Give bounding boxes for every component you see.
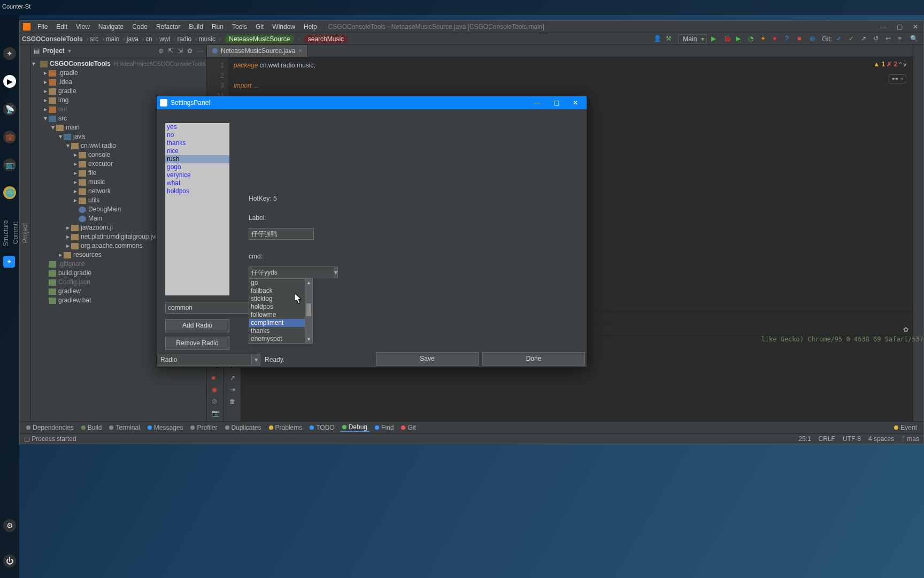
settings-icon[interactable]: ✿	[187, 47, 192, 55]
toolstrip-duplicates[interactable]: Duplicates	[223, 424, 264, 431]
bc-radio[interactable]: radio	[178, 35, 192, 43]
step-out-icon[interactable]: ↗	[230, 374, 235, 382]
toolstrip-problems[interactable]: Problems	[267, 424, 305, 431]
menu-refactor[interactable]: Refactor	[152, 21, 184, 32]
run-config-selector[interactable]: Main	[678, 34, 707, 44]
vcs-commit-icon[interactable]: ✓	[849, 35, 857, 43]
expand-icon[interactable]: ⇱	[168, 47, 173, 55]
bc-java[interactable]: java	[127, 35, 138, 43]
done-button[interactable]: Done	[482, 352, 585, 366]
mute-bp-icon[interactable]: ⊘	[212, 398, 219, 405]
phrase-item[interactable]: rush	[165, 155, 229, 163]
dropdown-scrollbar[interactable]: ▲ ▼	[305, 279, 312, 343]
radio-combo[interactable]: ▾	[158, 354, 260, 366]
toolstrip-find[interactable]: Find	[373, 424, 396, 431]
bc-src[interactable]: src	[90, 35, 98, 43]
cmd-input[interactable]	[249, 267, 334, 278]
radio-input[interactable]	[158, 354, 252, 366]
menu-help[interactable]: Help	[300, 21, 321, 32]
cmd-option[interactable]: go	[249, 279, 312, 287]
add-radio-button[interactable]: Add Radio	[165, 319, 229, 332]
toolstrip-terminal[interactable]: Terminal	[107, 424, 142, 431]
reader-mode-icon[interactable]: 👓 ×	[889, 74, 906, 83]
vcs-push-icon[interactable]: ↗	[861, 35, 869, 43]
cmd-option[interactable]: fallback	[249, 287, 312, 295]
menu-run[interactable]: Run	[208, 21, 227, 32]
bc-cn[interactable]: cn	[145, 35, 152, 43]
toolstrip-todo[interactable]: TODO	[307, 424, 336, 431]
menu-file[interactable]: File	[34, 21, 51, 32]
dialog-minimize-button[interactable]: —	[529, 99, 545, 107]
right-tool-strip[interactable]	[913, 45, 923, 421]
bc-method[interactable]: searchMusic	[304, 35, 348, 43]
camera-icon[interactable]: 📷	[212, 409, 219, 417]
close-tab-icon[interactable]: ×	[298, 47, 302, 55]
menu-tools[interactable]: Tools	[228, 21, 251, 32]
cmd-option[interactable]: enemyspot	[249, 335, 312, 343]
breakpoints-icon[interactable]: ◉	[212, 386, 219, 393]
bc-main[interactable]: main	[105, 35, 119, 43]
cmd-dropdown-list[interactable]: gofallbacksticktogholdposfollowmecomplim…	[249, 278, 313, 344]
user-icon[interactable]: 👤▾	[653, 35, 661, 43]
strip-structure[interactable]: Structure	[1, 45, 11, 421]
toolstrip-debug[interactable]: Debug	[340, 423, 369, 432]
phrase-item[interactable]: gogo	[165, 163, 229, 171]
search-everywhere-icon[interactable]: 🔍	[910, 35, 918, 43]
cmd-combo[interactable]: ▾	[249, 267, 313, 278]
ide-settings-icon[interactable]: ≡	[898, 35, 906, 43]
git-branch[interactable]: ᚶ mas	[902, 435, 919, 443]
tree-node[interactable]: ▸.gradle	[30, 69, 206, 78]
cmd-option[interactable]: holdpos	[249, 303, 312, 311]
vcs-update-icon[interactable]: ✓	[836, 35, 844, 43]
rollback-icon[interactable]: ↩	[886, 35, 894, 43]
run-icon[interactable]: ▶	[711, 35, 719, 43]
scroll-down-icon[interactable]: ▼	[305, 336, 312, 343]
stop-icon[interactable]: ■	[797, 35, 805, 43]
menu-code[interactable]: Code	[128, 21, 151, 32]
category-combo[interactable]: ▾	[165, 302, 229, 314]
caret-position[interactable]: 25:1	[798, 435, 811, 443]
hotswap-icon[interactable]: ✦	[760, 35, 768, 43]
attach-icon[interactable]: ♥	[773, 35, 781, 43]
window-maximize-button[interactable]: ▢	[891, 23, 907, 31]
toolstrip-git[interactable]: Git	[399, 424, 418, 431]
phrase-item[interactable]: thanks	[165, 139, 229, 147]
editor-tab[interactable]: NeteaseMusicSource.java ×	[207, 45, 308, 57]
menu-view[interactable]: View	[72, 21, 94, 32]
power-icon[interactable]: ⏻	[3, 554, 16, 567]
save-button[interactable]: Save	[376, 352, 479, 366]
phrase-item[interactable]: nice	[165, 147, 229, 155]
category-input[interactable]	[165, 302, 251, 314]
scroll-thumb[interactable]	[306, 303, 311, 316]
dialog-titlebar[interactable]: SettingsPanel — ▢ ✕	[157, 96, 587, 109]
phrase-item[interactable]: yes	[165, 123, 229, 131]
menu-build[interactable]: Build	[185, 21, 207, 32]
tree-root[interactable]: ▾CSGOConsoleToolsH:\IdeaProject\CSGOCons…	[30, 59, 206, 69]
line-ending[interactable]: CRLF	[819, 435, 835, 443]
indent-setting[interactable]: 4 spaces	[868, 435, 894, 443]
chevron-down-icon[interactable]: ▾	[334, 267, 338, 278]
toolstrip-build[interactable]: Build	[79, 424, 104, 431]
cmd-option[interactable]: compliment	[249, 319, 312, 327]
remove-radio-button[interactable]: Remove Radio	[165, 337, 229, 350]
hide-icon[interactable]: —	[197, 47, 203, 55]
collapse-icon[interactable]: ⇲	[178, 47, 183, 55]
tree-node[interactable]: ▸gradle	[30, 87, 206, 96]
inspection-badges[interactable]: ▲ 1 ✗ 2 ^ v	[873, 60, 906, 68]
bc-music[interactable]: music	[199, 35, 215, 43]
toolstrip-dependencies[interactable]: Dependencies	[24, 424, 76, 431]
toolstrip-profiler[interactable]: Profiler	[188, 424, 219, 431]
menu-git[interactable]: Git	[252, 21, 267, 32]
phrase-list[interactable]: yesnothanksnicerushgogoverynicewhatholdp…	[165, 123, 229, 295]
toolstrip-messages[interactable]: Messages	[145, 424, 186, 431]
strip-favorites[interactable]: Favorites	[0, 45, 1, 421]
project-view-icon[interactable]: ▤	[34, 47, 40, 55]
debug-icon[interactable]: 🐞	[723, 35, 732, 43]
bc-class[interactable]: NeteaseMusicSource	[225, 35, 294, 43]
strip-commit[interactable]: Commit	[11, 45, 20, 421]
breadcrumb[interactable]: CSGOConsoleTools ›src ›main ›java ›cn ›w…	[20, 35, 350, 43]
history-icon[interactable]: ↺	[873, 35, 881, 43]
window-minimize-button[interactable]: —	[875, 23, 891, 31]
window-close-button[interactable]: ✕	[907, 23, 923, 31]
help-icon[interactable]: ?	[785, 35, 793, 43]
